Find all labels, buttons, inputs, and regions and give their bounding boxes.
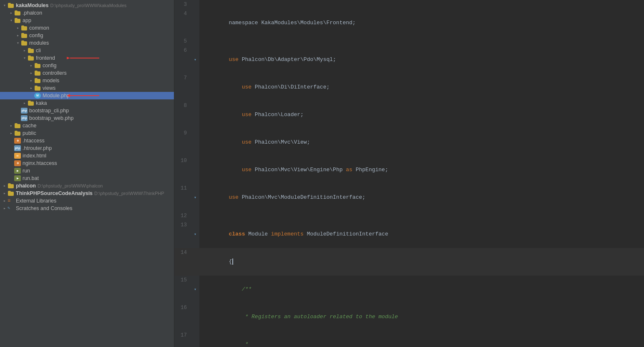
line-number: 14 <box>174 248 191 276</box>
sidebar-item-fe-controllers[interactable]: controllers <box>0 69 174 77</box>
sidebar-item-phalcon-proj[interactable]: phalcon D:\phpstudy_pro\WWW\phalcon <box>0 182 174 190</box>
expand-arrow <box>8 10 14 15</box>
expand-arrow <box>8 131 14 136</box>
sidebar-item-kakaModules[interactable]: kakaModules D:\phpstudy_pro\WWW\kakaModu… <box>0 2 174 9</box>
code-text: use Phalcon\Mvc\View\Engine\Php as PhpEn… <box>199 156 644 184</box>
fold-icon[interactable]: ▾ <box>194 57 196 62</box>
htaccess-icon: ⚙ <box>14 138 21 144</box>
code-line: 7 use Phalcon\Di\DiInterface; <box>174 73 644 101</box>
sidebar-item-common[interactable]: common <box>0 24 174 32</box>
sidebar-item-thinkphp[interactable]: ThinkPHPSourceCodeAnalysis D:\phpstudy_p… <box>0 190 174 197</box>
folder-icon <box>8 3 14 8</box>
sidebar-item-label: .phalcon <box>23 10 42 16</box>
code-line: 3 <box>174 0 644 9</box>
sidebar-item-scratches[interactable]: ✎ Scratches and Consoles <box>0 205 174 212</box>
code-line-active: 14 { <box>174 248 644 276</box>
sidebar-item-run-bat[interactable]: ▶ run.bat <box>0 175 174 182</box>
expand-arrow <box>2 183 8 188</box>
gutter-cell <box>191 37 199 46</box>
sidebar-item-label: nginx.htaccess <box>23 160 57 166</box>
sidebar-item-htrouter[interactable]: php .htrouter.php <box>0 144 174 152</box>
sidebar-item-index-html[interactable]: H index.html <box>0 152 174 160</box>
sidebar-item-label: models <box>43 78 59 84</box>
fold-icon[interactable]: ▾ <box>194 287 196 292</box>
code-line: 16 * Registers an autoloader related to … <box>174 303 644 331</box>
folder-icon <box>14 130 21 136</box>
sidebar-item-cli[interactable]: cli <box>0 47 174 54</box>
gutter-cell <box>191 129 199 156</box>
sidebar-item-fe-config[interactable]: config <box>0 62 174 69</box>
code-text: /** <box>199 276 644 303</box>
folder-icon <box>21 40 28 46</box>
sidebar-item-module-php[interactable]: M Module.php <box>0 92 174 99</box>
expand-arrow <box>28 78 34 83</box>
expand-arrow <box>2 206 8 211</box>
sidebar-item-app[interactable]: app <box>0 17 174 24</box>
gutter-cell <box>191 73 199 101</box>
sidebar-item-label: controllers <box>43 70 67 76</box>
sidebar-item-path: D:\phpstudy_pro\WWW\ThinkPHP <box>94 191 164 196</box>
folder-icon <box>28 100 34 106</box>
sidebar-item-path: D:\phpstudy_pro\WWW\kakaModules <box>50 3 127 8</box>
expand-arrow <box>2 198 8 203</box>
expand-arrow <box>15 33 21 38</box>
sidebar-item-label: Scratches and Consoles <box>16 205 73 211</box>
code-text: use Phalcon\Mvc\View; <box>199 129 644 156</box>
code-line: 10 use Phalcon\Mvc\View\Engine\Php as Ph… <box>174 156 644 184</box>
red-arrow-annotation <box>67 53 100 63</box>
fold-icon[interactable]: ▾ <box>194 195 196 200</box>
sidebar-item-label: app <box>23 18 31 23</box>
sidebar-item-run[interactable]: ▶ run <box>0 167 174 175</box>
sidebar-item-label: views <box>43 85 55 91</box>
sidebar-item-label: bootstrap_web.php <box>29 115 73 121</box>
sidebar-item-bootstrap-cli[interactable]: php bootstrap_cli.php <box>0 107 174 114</box>
line-number: 16 <box>174 303 191 331</box>
sidebar-item-fe-views[interactable]: views <box>0 84 174 92</box>
code-line: 6 ▾ use Phalcon\Db\Adapter\Pdo\Mysql; <box>174 46 644 73</box>
sidebar-item-public[interactable]: public <box>0 129 174 137</box>
gutter-cell <box>191 101 199 129</box>
folder-icon <box>8 190 14 196</box>
expand-arrow <box>22 101 28 106</box>
sidebar-item-cache[interactable]: cache <box>0 122 174 129</box>
code-line: 13 ▾ class Module implements ModuleDefin… <box>174 220 644 248</box>
sidebar-item-htaccess[interactable]: ⚙ .htaccess <box>0 137 174 144</box>
folder-icon <box>21 25 28 31</box>
htaccess-icon: ⚙ <box>14 160 21 166</box>
code-line: 8 use Phalcon\Loader; <box>174 101 644 129</box>
code-editor[interactable]: 3 4 namespace KakaModules\Modules\Fronte… <box>174 0 644 347</box>
folder-icon <box>28 48 34 53</box>
scratch-icon: ✎ <box>8 205 14 211</box>
code-text: class Module implements ModuleDefinition… <box>199 220 644 248</box>
sidebar-item-label: common <box>29 25 49 31</box>
sidebar-item-label: frontend <box>36 55 55 61</box>
php-module-icon: M <box>34 93 41 99</box>
folder-icon <box>14 10 21 16</box>
line-number: 13 <box>174 220 191 248</box>
expand-arrow <box>22 56 28 61</box>
expand-arrow <box>8 123 14 128</box>
sidebar-item-label: ThinkPHPSourceCodeAnalysis <box>16 190 93 196</box>
sidebar-item-bootstrap-web[interactable]: php bootstrap_web.php <box>0 114 174 122</box>
sidebar-item-kaka[interactable]: kaka <box>0 99 174 107</box>
code-line: 5 <box>174 37 644 46</box>
expand-arrow <box>2 3 8 8</box>
sidebar-item-fe-models[interactable]: models <box>0 77 174 84</box>
sidebar-item-phalcon-hidden[interactable]: .phalcon <box>0 9 174 17</box>
php-icon: php <box>14 145 21 151</box>
sidebar-item-path: D:\phpstudy_pro\WWW\phalcon <box>38 183 103 188</box>
gutter-cell <box>191 211 199 220</box>
sidebar-item-ext-libraries[interactable]: ≡ External Libraries <box>0 197 174 205</box>
sidebar-item-label: run <box>23 168 30 174</box>
sidebar-item-nginx-htaccess[interactable]: ⚙ nginx.htaccess <box>0 160 174 167</box>
sidebar-item-label: config <box>43 63 56 68</box>
line-number: 17 <box>174 331 191 347</box>
fold-icon[interactable]: ▾ <box>194 232 196 237</box>
sidebar-item-label: External Libraries <box>16 198 56 204</box>
line-number: 9 <box>174 129 191 156</box>
sidebar-item-frontend[interactable]: frontend <box>0 54 174 62</box>
sidebar-item-config[interactable]: config <box>0 32 174 39</box>
sidebar-item-modules[interactable]: modules <box>0 39 174 47</box>
folder-icon <box>34 70 41 76</box>
sidebar-item-label: cli <box>36 48 41 53</box>
